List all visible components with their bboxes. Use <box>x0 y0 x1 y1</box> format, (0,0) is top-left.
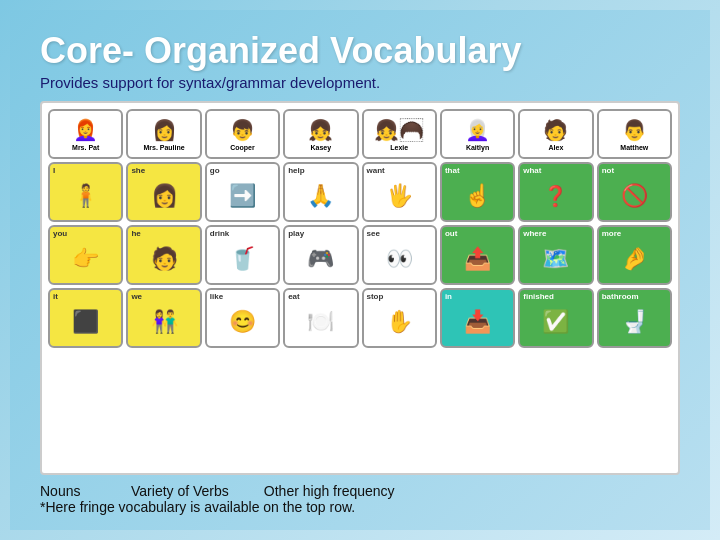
lexie-icon: 👧‍🦱 <box>374 118 424 142</box>
slide: Core- Organized Vocabulary Provides supp… <box>10 10 710 530</box>
name-cell-mrspat: 👩‍🦰 Mrs. Pat <box>48 109 123 159</box>
cooper-label: Cooper <box>230 144 255 151</box>
cell-help: help 🙏 <box>283 162 358 222</box>
cell-want: want 🖐 <box>362 162 437 222</box>
name-cell-matthew: 👨 Matthew <box>597 109 672 159</box>
cell-see: see 👀 <box>362 225 437 285</box>
kaitlyn-icon: 👩‍🦳 <box>465 118 490 142</box>
cell-not: not 🚫 <box>597 162 672 222</box>
cell-what: what ❓ <box>518 162 593 222</box>
cell-more: more 🤌 <box>597 225 672 285</box>
mrspauline-label: Mrs. Pauline <box>143 144 184 151</box>
cell-go: go ➡️ <box>205 162 280 222</box>
matthew-label: Matthew <box>620 144 648 151</box>
cell-in: in 📥 <box>440 288 515 348</box>
lexie-label: Lexie <box>390 144 408 151</box>
footer: Nouns Variety of Verbs Other high freque… <box>40 483 680 515</box>
mrspat-label: Mrs. Pat <box>72 144 99 151</box>
cell-i: I 🧍 <box>48 162 123 222</box>
cell-you: you 👉 <box>48 225 123 285</box>
cell-bathroom: bathroom 🚽 <box>597 288 672 348</box>
matthew-icon: 👨 <box>622 118 647 142</box>
slide-subtitle: Provides support for syntax/grammar deve… <box>40 74 680 91</box>
cell-stop: stop ✋ <box>362 288 437 348</box>
cell-out: out 📤 <box>440 225 515 285</box>
slide-title: Core- Organized Vocabulary <box>40 30 680 72</box>
alex-icon: 🧑 <box>543 118 568 142</box>
kasey-icon: 👧 <box>308 118 333 142</box>
cell-drink: drink 🥤 <box>205 225 280 285</box>
cooper-icon: 👦 <box>230 118 255 142</box>
cell-eat: eat 🍽️ <box>283 288 358 348</box>
cell-we: we 👫 <box>126 288 201 348</box>
footer-line1: Nouns Variety of Verbs Other high freque… <box>40 483 680 499</box>
cell-finished: finished ✅ <box>518 288 593 348</box>
cell-she: she 👩 <box>126 162 201 222</box>
mrspat-icon: 👩‍🦰 <box>73 118 98 142</box>
name-cell-alex: 🧑 Alex <box>518 109 593 159</box>
cell-that: that ☝️ <box>440 162 515 222</box>
kaitlyn-label: Kaitlyn <box>466 144 489 151</box>
name-cell-kasey: 👧 Kasey <box>283 109 358 159</box>
vocab-board: 👩‍🦰 Mrs. Pat 👩 Mrs. Pauline 👦 Cooper 👧 K… <box>40 101 680 475</box>
footer-line2: *Here fringe vocabulary is available on … <box>40 499 680 515</box>
footer-nouns: Nouns Variety of Verbs Other high freque… <box>40 483 395 499</box>
vocab-row-1: I 🧍 she 👩 go ➡️ help 🙏 want 🖐 that ☝️ <box>48 162 672 222</box>
kasey-label: Kasey <box>310 144 331 151</box>
cell-it: it ⬛ <box>48 288 123 348</box>
cell-he: he 🧑 <box>126 225 201 285</box>
cell-like: like 😊 <box>205 288 280 348</box>
name-cell-mrspauline: 👩 Mrs. Pauline <box>126 109 201 159</box>
cell-play: play 🎮 <box>283 225 358 285</box>
mrspauline-icon: 👩 <box>152 118 177 142</box>
name-cell-lexie: 👧‍🦱 Lexie <box>362 109 437 159</box>
name-row: 👩‍🦰 Mrs. Pat 👩 Mrs. Pauline 👦 Cooper 👧 K… <box>48 109 672 159</box>
name-cell-kaitlyn: 👩‍🦳 Kaitlyn <box>440 109 515 159</box>
vocab-row-2: you 👉 he 🧑 drink 🥤 play 🎮 see 👀 out � <box>48 225 672 285</box>
vocab-row-3: it ⬛ we 👫 like 😊 eat 🍽️ stop ✋ in 📥 <box>48 288 672 348</box>
alex-label: Alex <box>549 144 564 151</box>
cell-where: where 🗺️ <box>518 225 593 285</box>
name-cell-cooper: 👦 Cooper <box>205 109 280 159</box>
